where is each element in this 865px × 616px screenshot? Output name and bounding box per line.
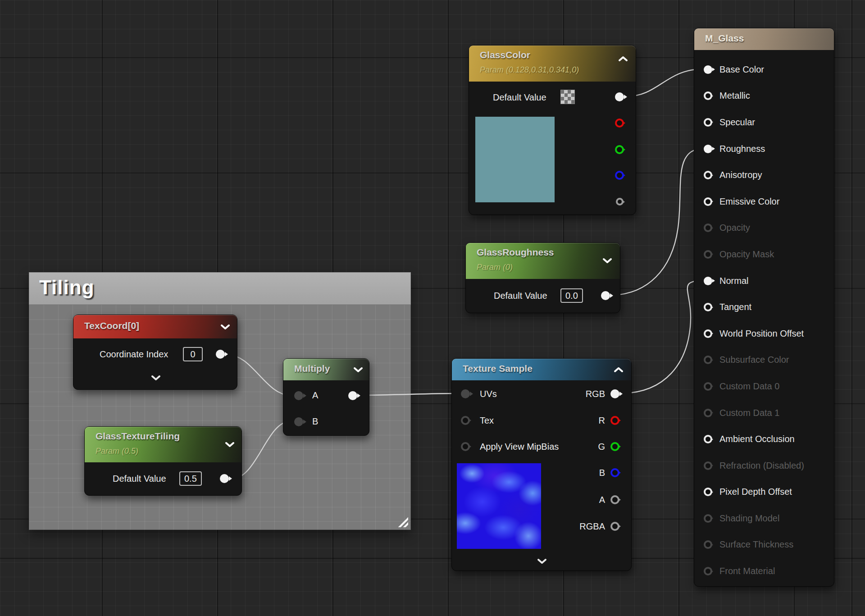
multiply-input-b-pin[interactable]	[294, 417, 303, 426]
pin-label: Specular	[719, 117, 755, 128]
glasscolor-output-pin-g[interactable]	[615, 145, 624, 154]
multiply-output-pin[interactable]	[348, 391, 357, 400]
pin-row-refraction: Refraction (Disabled)	[694, 452, 834, 479]
chevron-down-icon[interactable]	[353, 366, 364, 373]
wire-glasscolor-to-basecolor[interactable]	[626, 69, 704, 96]
glasscolor-color-preview	[475, 117, 555, 202]
glasscolor-output-pin-a[interactable]	[616, 198, 624, 205]
chevron-up-icon[interactable]	[618, 55, 628, 62]
node-glasstexturetiling[interactable]: GlassTextureTiling Param (0.5) Default V…	[84, 426, 242, 496]
mglass-pin-list: Base Color Metallic Specular Roughness A…	[694, 50, 834, 584]
pin-label: Custom Data 1	[719, 408, 779, 418]
checker-swatch[interactable]	[560, 90, 575, 104]
pin-label: Opacity Mask	[719, 249, 774, 260]
expand-chevron-down-icon[interactable]	[150, 374, 161, 381]
glasscolor-header[interactable]: GlassColor Param (0.128,0.31,0.341,0)	[469, 46, 636, 82]
opacity-mask-input-pin	[704, 250, 712, 259]
texcoord-header[interactable]: TexCoord[0]	[73, 315, 237, 338]
ambient-occlusion-input-pin[interactable]	[704, 435, 712, 443]
pin-row-opacity: Opacity	[694, 215, 834, 242]
mipbias-input-label: Apply View MipBias	[480, 442, 559, 452]
a-output-pin[interactable]	[610, 495, 619, 504]
glasscolor-output-pin-rgba[interactable]	[615, 92, 624, 101]
front-material-input-pin	[704, 567, 712, 575]
material-graph-canvas[interactable]: { "colors": { "background": "#272727", "…	[0, 0, 865, 616]
pin-row-opacity-mask: Opacity Mask	[694, 241, 834, 268]
glasscolor-output-pin-r[interactable]	[615, 119, 624, 128]
pin-label: Custom Data 0	[719, 381, 779, 392]
g-output-label: G	[598, 442, 605, 452]
specular-input-pin[interactable]	[704, 118, 712, 127]
surface-thickness-input-pin	[704, 540, 712, 549]
node-texturesample[interactable]: Texture Sample UVs Tex Apply View MipBia…	[451, 358, 632, 571]
node-glasscolor[interactable]: GlassColor Param (0.128,0.31,0.341,0) De…	[469, 45, 636, 215]
pin-row-pixel-depth-offset: Pixel Depth Offset	[694, 479, 834, 506]
b-output-pin[interactable]	[610, 468, 619, 477]
mipbias-input-pin[interactable]	[461, 442, 470, 451]
custom-data-0-input-pin	[704, 382, 712, 391]
tangent-input-pin[interactable]	[704, 303, 712, 311]
tex-input-pin[interactable]	[461, 416, 470, 425]
pin-label: Roughness	[719, 144, 765, 154]
node-multiply[interactable]: Multiply A B	[283, 358, 369, 436]
node-texcoord[interactable]: TexCoord[0] Coordinate Index 0	[73, 315, 237, 390]
pin-row-normal: Normal	[694, 268, 834, 294]
multiply-input-a-pin[interactable]	[294, 391, 303, 400]
wire-texturesample-to-normal[interactable]	[623, 280, 704, 393]
g-output-pin[interactable]	[610, 442, 619, 451]
chevron-down-icon[interactable]	[220, 324, 231, 330]
coordinate-index-label: Coordinate Index	[100, 349, 168, 360]
opacity-input-pin	[704, 224, 712, 232]
multiply-header[interactable]: Multiply	[283, 359, 369, 380]
emissive-color-input-pin[interactable]	[704, 197, 712, 206]
pin-label: Metallic	[719, 91, 750, 101]
pin-label: Shading Model	[719, 513, 779, 524]
mglass-header[interactable]: M_Glass	[694, 28, 834, 50]
chevron-down-icon[interactable]	[224, 441, 235, 448]
coordinate-index-value[interactable]: 0	[183, 347, 203, 361]
a-output-label: A	[599, 495, 605, 505]
base-color-input-pin[interactable]	[704, 65, 712, 74]
uvs-input-pin[interactable]	[461, 389, 470, 398]
node-glassroughness[interactable]: GlassRoughness Param (0) Default Value 0…	[465, 242, 620, 313]
default-value-box[interactable]: 0.0	[560, 288, 583, 303]
r-output-pin[interactable]	[610, 416, 619, 425]
pin-row-world-position-offset: World Position Offset	[694, 320, 834, 347]
chevron-down-icon[interactable]	[602, 257, 613, 264]
texcoord-output-pin[interactable]	[216, 350, 225, 359]
anisotropy-input-pin[interactable]	[704, 171, 712, 179]
pin-label: Subsurface Color	[719, 355, 789, 365]
world-position-offset-input-pin[interactable]	[704, 329, 712, 338]
glassroughness-title: GlassRoughness	[477, 247, 554, 258]
texturesample-header[interactable]: Texture Sample	[452, 359, 631, 380]
chevron-up-icon[interactable]	[613, 366, 624, 373]
default-value-box[interactable]: 0.5	[179, 471, 202, 486]
normal-input-pin[interactable]	[704, 277, 712, 285]
pixel-depth-offset-input-pin[interactable]	[704, 488, 712, 496]
node-mglass[interactable]: M_Glass Base Color Metallic Specular Rou…	[694, 28, 834, 587]
texture-preview	[457, 463, 541, 549]
b-output-label: B	[599, 468, 605, 478]
rgb-output-pin[interactable]	[610, 389, 619, 398]
metallic-input-pin[interactable]	[704, 91, 712, 100]
pin-label: Surface Thickness	[719, 539, 793, 550]
expand-chevron-down-icon[interactable]	[537, 558, 547, 565]
pin-label: Anisotropy	[719, 170, 762, 180]
glassroughness-header[interactable]: GlassRoughness Param (0)	[466, 243, 620, 279]
wire-multiply-to-uvs[interactable]	[360, 393, 460, 395]
texturesample-title: Texture Sample	[463, 363, 533, 374]
default-value-label: Default Value	[494, 291, 547, 301]
glasscolor-output-pin-b[interactable]	[615, 171, 624, 180]
glasstexturetiling-header[interactable]: GlassTextureTiling Param (0.5)	[85, 427, 241, 462]
rgb-output-label: RGB	[586, 389, 605, 399]
glassroughness-output-pin[interactable]	[601, 291, 610, 300]
glasstexturetiling-output-pin[interactable]	[220, 474, 229, 483]
rgba-output-pin[interactable]	[610, 522, 619, 531]
glasscolor-title: GlassColor	[480, 50, 530, 60]
multiply-input-a-label: A	[312, 390, 318, 401]
pin-row-front-material: Front Material	[694, 558, 834, 584]
tex-input-label: Tex	[480, 415, 494, 426]
roughness-input-pin[interactable]	[704, 145, 712, 153]
pin-label: Emissive Color	[719, 196, 779, 207]
mglass-title: M_Glass	[705, 33, 744, 44]
